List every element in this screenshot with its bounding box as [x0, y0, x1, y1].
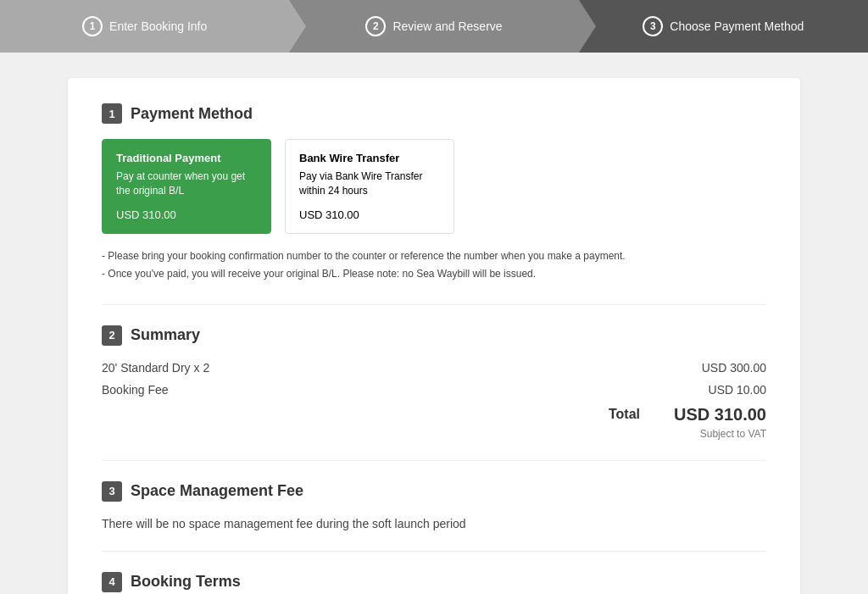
- divider-2: [102, 460, 766, 461]
- step-3-label: Choose Payment Method: [670, 19, 804, 33]
- summary-title: Summary: [131, 326, 200, 344]
- summary-row-1-label: 20' Standard Dry x 2: [102, 361, 209, 375]
- summary-vat: Subject to VAT: [102, 428, 766, 440]
- bank-wire-title: Bank Wire Transfer: [299, 152, 440, 164]
- payment-method-header: 1 Payment Method: [102, 103, 766, 124]
- payment-method-title: Payment Method: [131, 105, 253, 123]
- space-mgmt-title: Space Management Fee: [131, 482, 303, 500]
- payment-note-2: - Once you've paid, you will receive you…: [102, 265, 766, 284]
- booking-terms-title: Booking Terms: [131, 573, 241, 591]
- bank-wire-amount: USD 310.00: [299, 208, 440, 221]
- summary-header: 2 Summary: [102, 325, 766, 346]
- traditional-payment-desc: Pay at counter when you get the original…: [116, 169, 257, 198]
- divider-1: [102, 304, 766, 305]
- summary-total-label: Total: [609, 407, 640, 422]
- payment-option-traditional[interactable]: Traditional Payment Pay at counter when …: [102, 139, 271, 234]
- summary-row-2: Booking Fee USD 10.00: [102, 383, 766, 397]
- summary-row-1: 20' Standard Dry x 2 USD 300.00: [102, 361, 766, 375]
- step-2: 2 Review and Reserve: [289, 0, 578, 53]
- main-content: 1 Payment Method Traditional Payment Pay…: [0, 53, 868, 594]
- traditional-payment-amount: USD 310.00: [116, 208, 257, 221]
- payment-notes: - Please bring your booking confirmation…: [102, 247, 766, 284]
- payment-note-1: - Please bring your booking confirmation…: [102, 247, 766, 266]
- space-mgmt-header: 3 Space Management Fee: [102, 481, 766, 502]
- payment-option-bank-wire[interactable]: Bank Wire Transfer Pay via Bank Wire Tra…: [285, 139, 454, 234]
- booking-terms-header: 4 Booking Terms: [102, 572, 766, 592]
- summary-row-2-label: Booking Fee: [102, 383, 169, 397]
- step-3-number: 3: [643, 16, 663, 36]
- summary-number: 2: [102, 325, 122, 346]
- step-1: 1 Enter Booking Info: [0, 0, 289, 53]
- step-1-number: 1: [82, 16, 103, 36]
- booking-terms-number: 4: [102, 572, 122, 592]
- payment-options: Traditional Payment Pay at counter when …: [102, 139, 766, 234]
- divider-3: [102, 551, 766, 552]
- step-2-label: Review and Reserve: [392, 19, 502, 33]
- summary-row-1-amount: USD 300.00: [702, 361, 766, 375]
- space-mgmt-number: 3: [102, 481, 122, 502]
- space-mgmt-description: There will be no space management fee du…: [102, 517, 766, 530]
- bank-wire-desc: Pay via Bank Wire Transfer within 24 hou…: [299, 169, 440, 198]
- step-1-label: Enter Booking Info: [109, 19, 207, 33]
- traditional-payment-title: Traditional Payment: [116, 152, 257, 164]
- step-3: 3 Choose Payment Method: [579, 0, 868, 53]
- stepper: 1 Enter Booking Info 2 Review and Reserv…: [0, 0, 868, 53]
- summary-row-2-amount: USD 10.00: [709, 383, 766, 397]
- main-card: 1 Payment Method Traditional Payment Pay…: [68, 78, 800, 594]
- summary-total-row: Total USD 310.00: [102, 405, 766, 425]
- summary-total-amount: USD 310.00: [674, 405, 766, 425]
- step-2-number: 2: [365, 16, 386, 36]
- payment-method-number: 1: [102, 103, 122, 124]
